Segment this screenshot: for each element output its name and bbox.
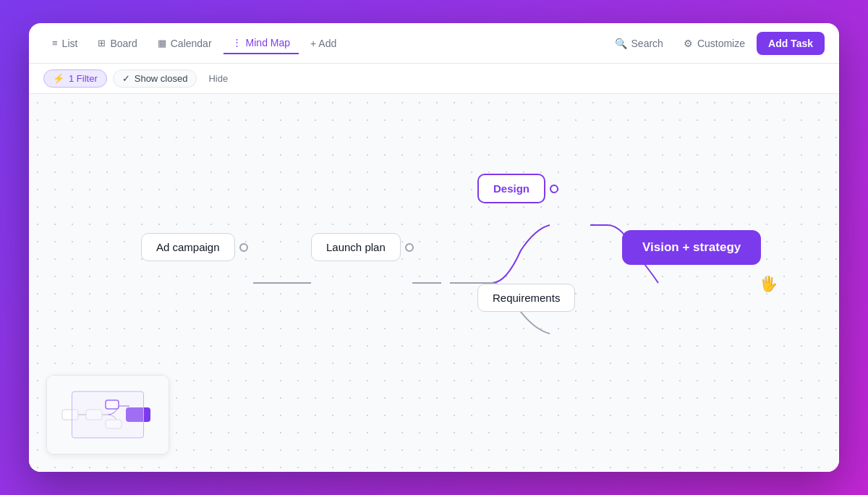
minimap-viewport — [72, 392, 144, 439]
minimap-inner — [47, 376, 169, 454]
tab-list[interactable]: ≡ List — [43, 33, 86, 54]
mindmap-icon: ⋮ — [232, 37, 242, 48]
add-task-button[interactable]: Add Task — [757, 32, 825, 55]
app-window: ≡ List ⊞ Board ▦ Calendar ⋮ Mind Map + A… — [29, 23, 839, 472]
gear-icon: ⚙ — [684, 38, 693, 49]
cursor: 🖐 — [760, 275, 778, 292]
node-ad-campaign[interactable]: Ad campaign — [141, 233, 235, 261]
connector-dot-2 — [405, 243, 414, 252]
show-closed-chip[interactable]: ✓ Show closed — [113, 69, 197, 88]
search-icon: 🔍 — [615, 38, 627, 49]
toolbar: ≡ List ⊞ Board ▦ Calendar ⋮ Mind Map + A… — [29, 23, 839, 64]
node-launch-plan[interactable]: Launch plan — [311, 233, 401, 261]
node-requirements[interactable]: Requirements — [477, 284, 575, 312]
design-label: Design — [477, 174, 545, 203]
ad-campaign-label: Ad campaign — [141, 233, 235, 261]
search-button[interactable]: 🔍 Search — [606, 33, 672, 54]
launch-plan-label: Launch plan — [311, 233, 401, 261]
list-icon: ≡ — [52, 38, 58, 48]
requirements-label: Requirements — [477, 284, 575, 312]
board-icon: ⊞ — [98, 38, 106, 48]
customize-button[interactable]: ⚙ Customize — [675, 33, 754, 54]
filter-chip[interactable]: ⚡ 1 Filter — [43, 69, 107, 88]
toolbar-right: 🔍 Search ⚙ Customize Add Task — [606, 32, 825, 55]
connector-dot-3 — [550, 185, 558, 193]
tab-add[interactable]: + Add — [302, 33, 345, 54]
tab-mindmap[interactable]: ⋮ Mind Map — [224, 33, 299, 54]
calendar-icon: ▦ — [158, 38, 166, 48]
connector-dot-1 — [239, 243, 248, 252]
filter-bar: ⚡ 1 Filter ✓ Show closed Hide — [29, 64, 839, 94]
filter-icon: ⚡ — [53, 73, 64, 84]
check-icon: ✓ — [122, 73, 130, 84]
minimap[interactable] — [46, 375, 169, 454]
node-vision-strategy[interactable]: Vision + strategy — [622, 230, 761, 265]
vision-strategy-label: Vision + strategy — [622, 230, 761, 265]
tab-calendar[interactable]: ▦ Calendar — [149, 33, 221, 54]
canvas-area[interactable]: Ad campaign Launch plan Design Requireme… — [29, 94, 839, 472]
hide-button[interactable]: Hide — [203, 70, 234, 87]
tab-board[interactable]: ⊞ Board — [89, 33, 145, 54]
node-design[interactable]: Design — [477, 174, 545, 203]
